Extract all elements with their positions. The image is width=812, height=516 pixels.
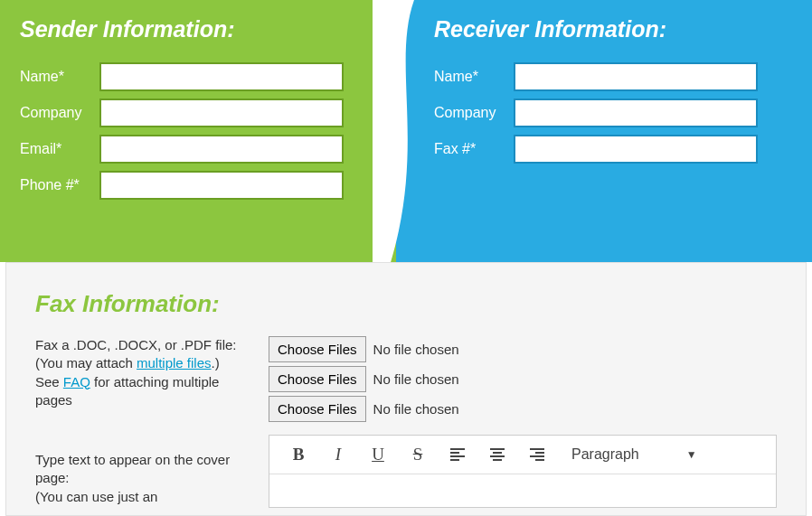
file-upload-row: Fax a .DOC, .DOCX, or .PDF file: (You ma…	[35, 336, 777, 426]
receiver-title: Receiver Information:	[434, 16, 792, 42]
cover-page-row: Type text to appear on the cover page: (…	[35, 435, 777, 508]
sender-name-row: Name*	[20, 62, 378, 91]
receiver-company-label: Company	[434, 104, 514, 121]
paragraph-format-select[interactable]: Paragraph ▼	[566, 446, 703, 463]
bold-button[interactable]: B	[280, 441, 316, 468]
sender-name-input[interactable]	[99, 62, 344, 91]
receiver-fax-label: Fax #*	[434, 140, 514, 157]
align-right-button[interactable]	[519, 441, 555, 468]
sender-phone-input[interactable]	[99, 171, 344, 200]
file-input-2: Choose Files No file chosen	[269, 366, 777, 392]
align-center-button[interactable]	[479, 441, 515, 468]
cover-page-prompt: Type text to appear on the cover page: (…	[35, 435, 269, 506]
sender-title: Sender Information:	[20, 16, 378, 42]
no-file-text-3: No file chosen	[373, 401, 459, 417]
faq-link[interactable]: FAQ	[63, 374, 90, 389]
sender-company-label: Company	[20, 104, 99, 121]
receiver-name-input[interactable]	[514, 62, 758, 91]
fax-info-section: Fax Information: Fax a .DOC, .DOCX, or .…	[5, 262, 807, 516]
rich-text-editor: B I U S Paragraph ▼	[269, 435, 777, 508]
no-file-text-1: No file chosen	[373, 342, 459, 357]
file-upload-prompt: Fax a .DOC, .DOCX, or .PDF file: (You ma…	[35, 336, 269, 409]
file-inputs: Choose Files No file chosen Choose Files…	[269, 336, 777, 426]
chevron-down-icon: ▼	[686, 448, 697, 461]
file-prompt-line2b: .)	[212, 355, 220, 371]
receiver-company-row: Company	[434, 99, 792, 127]
sender-section: Sender Information: Name* Company Email*…	[0, 0, 398, 207]
sender-name-label: Name*	[20, 68, 99, 85]
receiver-fax-row: Fax #*	[434, 135, 792, 164]
receiver-company-input[interactable]	[514, 99, 758, 127]
receiver-fax-input[interactable]	[514, 135, 758, 164]
receiver-name-label: Name*	[434, 68, 514, 85]
cover-prompt-line2: (You can use just an	[35, 489, 157, 504]
file-prompt-line1: Fax a .DOC, .DOCX, or .PDF file:	[35, 337, 237, 352]
align-left-button[interactable]	[439, 441, 476, 468]
receiver-name-row: Name*	[434, 62, 792, 91]
receiver-section: Receiver Information: Name* Company Fax …	[414, 0, 812, 171]
sender-email-label: Email*	[20, 140, 99, 157]
italic-button[interactable]: I	[320, 441, 356, 468]
file-prompt-line3a: See	[35, 374, 63, 389]
editor-toolbar: B I U S Paragraph ▼	[269, 436, 776, 474]
choose-files-button-3[interactable]: Choose Files	[269, 396, 366, 422]
top-panel: Sender Information: Name* Company Email*…	[0, 0, 812, 262]
file-input-1: Choose Files No file chosen	[269, 336, 777, 362]
file-input-3: Choose Files No file chosen	[269, 396, 777, 422]
strikethrough-button[interactable]: S	[400, 441, 436, 468]
editor-container: B I U S Paragraph ▼	[269, 435, 777, 508]
sender-email-row: Email*	[20, 135, 378, 164]
sender-phone-row: Phone #*	[20, 171, 378, 200]
choose-files-button-2[interactable]: Choose Files	[269, 366, 366, 392]
no-file-text-2: No file chosen	[373, 371, 459, 387]
editor-textarea[interactable]	[269, 474, 776, 507]
paragraph-format-label: Paragraph	[571, 446, 639, 463]
sender-company-input[interactable]	[99, 99, 344, 127]
cover-prompt-line1: Type text to appear on the cover page:	[35, 452, 230, 485]
underline-button[interactable]: U	[360, 441, 396, 468]
sender-company-row: Company	[20, 99, 378, 127]
file-prompt-line2a: (You may attach	[35, 355, 137, 371]
sender-phone-label: Phone #*	[20, 176, 99, 193]
choose-files-button-1[interactable]: Choose Files	[269, 336, 366, 362]
multiple-files-link[interactable]: multiple files	[137, 355, 212, 371]
sender-email-input[interactable]	[99, 135, 344, 164]
fax-info-title: Fax Information:	[35, 290, 777, 318]
